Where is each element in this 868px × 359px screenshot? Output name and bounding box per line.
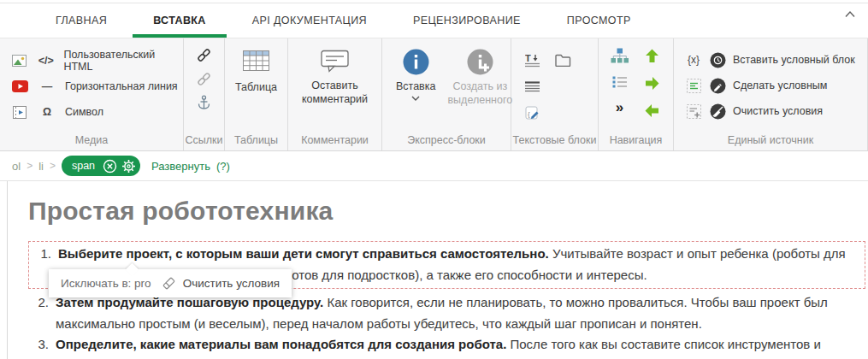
- hyperlink-icon[interactable]: [196, 47, 212, 63]
- folder-icon[interactable]: [555, 54, 571, 67]
- ribbon-group-media: </> Пользовательский HTML — Горизонтальн…: [0, 38, 184, 150]
- chevron-right-icon: >: [50, 160, 56, 172]
- table-icon: [243, 50, 269, 72]
- clear-conditions-label: Очистить условия: [733, 105, 823, 117]
- list-item-bold-text: Определите, какие материалы вам понадобя…: [56, 337, 506, 351]
- list-item: 2. Затем продумайте пошаговую процедуру.…: [28, 292, 868, 334]
- horizontal-line-button[interactable]: — Горизонтальная линия: [10, 74, 183, 99]
- symbol-button[interactable]: Ω Символ: [10, 99, 183, 125]
- insert-text-icon[interactable]: T: [525, 53, 541, 68]
- condition-pencil-icon: [710, 78, 726, 94]
- condition-clock-icon: [710, 52, 726, 68]
- ribbon-group-navigation: » Навигация: [599, 38, 674, 150]
- group-label-media: Медиа: [0, 134, 183, 146]
- svg-text:{: {: [528, 109, 530, 117]
- arrow-up-icon[interactable]: [644, 48, 660, 64]
- structure-bar: ol > li > span Развернуть (?): [0, 151, 868, 181]
- group-label-quick-blocks: Экспресс-блоки: [382, 134, 511, 146]
- selected-tag-pill[interactable]: span: [62, 156, 140, 176]
- custom-html-button[interactable]: </> Пользовательский HTML: [10, 48, 183, 74]
- ribbon-group-single-source: {x} Вставить условный блок Сделать услов…: [674, 38, 868, 150]
- ribbon-tab-bar: ГЛАВНАЯ ВСТАВКА API ДОКУМЕНТАЦИЯ РЕЦЕНЗИ…: [0, 3, 868, 38]
- youtube-icon: [10, 80, 29, 92]
- anchor-icon[interactable]: [197, 95, 211, 110]
- group-label-links: Ссылки: [184, 134, 224, 146]
- omega-icon: Ω: [36, 106, 58, 118]
- condition-tooltip: Исключать в: pro Очистить условия: [49, 269, 292, 297]
- tab-home[interactable]: ГЛАВНАЯ: [32, 3, 130, 38]
- condition-pencil-crossed-icon: [710, 103, 726, 120]
- create-from-selection-label: Создать из выделенного: [447, 79, 512, 107]
- info-circle-icon: [403, 49, 429, 75]
- code-icon: </>: [35, 55, 56, 67]
- expand-help-hint[interactable]: (?): [216, 160, 230, 173]
- table-button-label: Таблица: [235, 81, 277, 93]
- chevron-right-icon: >: [27, 160, 32, 172]
- chevron-down-icon: [411, 96, 420, 101]
- breadcrumb-tag-li[interactable]: li: [38, 160, 44, 173]
- comment-bubble-icon: [321, 50, 350, 73]
- create-from-selection-button[interactable]: Создать из выделенного: [447, 49, 512, 107]
- svg-text:T: T: [525, 53, 531, 63]
- breadcrumb-tag-ol[interactable]: ol: [12, 160, 21, 173]
- list-item: 3. Определите, какие материалы вам понад…: [28, 334, 868, 359]
- sitemap-icon[interactable]: [611, 48, 629, 64]
- arrow-right-icon[interactable]: [644, 75, 660, 91]
- make-conditional-button[interactable]: Сделать условным: [684, 73, 867, 98]
- custom-html-label: Пользовательский HTML: [63, 49, 183, 73]
- make-conditional-label: Сделать условным: [733, 79, 827, 91]
- image-icon: [10, 55, 28, 67]
- eraser-icon: [161, 275, 177, 291]
- leave-comment-button[interactable]: Оставить комментарий: [296, 38, 375, 106]
- condition-exclude-label: Исключать в: pro: [61, 277, 151, 290]
- ribbon-group-quick-blocks: Вставка Создать из выделенного Экспресс-…: [382, 38, 511, 150]
- condition-lines-plus-icon: [684, 104, 703, 119]
- selected-tag-label: span: [72, 160, 95, 172]
- page-title: Простая робототехника: [28, 197, 868, 226]
- clear-conditions-action[interactable]: Очистить условия: [161, 275, 280, 291]
- cross-reference-link-icon[interactable]: [196, 71, 212, 87]
- group-label-navigation: Навигация: [599, 134, 673, 146]
- ribbon-group-tables: Таблица Таблицы: [225, 38, 288, 150]
- group-label-comments: Комментарии: [288, 134, 381, 146]
- condition-lines-icon: [684, 79, 703, 93]
- collapse-ribbon-icon[interactable]: [844, 10, 858, 21]
- tab-insert[interactable]: ВСТАВКА: [130, 3, 229, 38]
- breadcrumbs-proxy-icon[interactable]: »: [616, 100, 623, 115]
- group-label-single-source: Единый источник: [674, 134, 867, 146]
- braces-x-icon: {x}: [684, 54, 703, 66]
- info-circle-plus-icon: [467, 49, 493, 75]
- insert-conditional-block-button[interactable]: {x} Вставить условный блок: [684, 47, 867, 73]
- tab-api-documentation[interactable]: API ДОКУМЕНТАЦИЯ: [229, 3, 390, 38]
- list-item-number: 3.: [28, 334, 49, 359]
- insert-snippet-button[interactable]: Вставка: [396, 49, 435, 107]
- symbol-label: Символ: [65, 106, 103, 118]
- variable-edit-icon[interactable]: {: [525, 106, 540, 121]
- paragraph-lines-icon[interactable]: [525, 81, 540, 92]
- clear-conditions-button[interactable]: Очистить условия: [684, 98, 867, 124]
- group-label-text-blocks: Текстовые блоки: [511, 134, 598, 146]
- table-button[interactable]: Таблица: [235, 38, 277, 93]
- clear-conditions-action-label: Очистить условия: [183, 277, 280, 290]
- tag-settings-gear-icon[interactable]: [121, 159, 136, 174]
- ribbon-group-comments: Оставить комментарий Комментарии: [288, 38, 382, 150]
- insert-snippet-label: Вставка: [396, 79, 435, 93]
- leave-comment-label: Оставить комментарий: [296, 79, 375, 106]
- remove-tag-icon[interactable]: [103, 159, 117, 174]
- list-item-number: 2.: [28, 292, 49, 334]
- ribbon-group-text-blocks: T { Текстовые блоки: [511, 38, 599, 150]
- tab-review[interactable]: РЕЦЕНЗИРОВАНИЕ: [390, 3, 544, 38]
- list-item-bold-text: Выберите проект, с которым ваши дети смо…: [58, 246, 549, 261]
- tab-view[interactable]: ПРОСМОТР: [544, 3, 654, 38]
- horizontal-line-label: Горизонтальная линия: [65, 80, 178, 92]
- ribbon-group-links: Ссылки: [184, 38, 225, 150]
- mini-toc-icon[interactable]: [612, 75, 628, 89]
- group-label-tables: Таблицы: [225, 134, 287, 146]
- app-window: ГЛАВНАЯ ВСТАВКА API ДОКУМЕНТАЦИЯ РЕЦЕНЗИ…: [0, 0, 868, 359]
- video-icon: [10, 106, 29, 119]
- insert-conditional-block-label: Вставить условный блок: [733, 54, 855, 66]
- expand-action[interactable]: Развернуть: [151, 160, 210, 173]
- ordered-list: 1. Выберите проект, с которым ваши дети …: [28, 241, 868, 359]
- arrow-left-icon[interactable]: [644, 103, 660, 119]
- ribbon: </> Пользовательский HTML — Горизонтальн…: [0, 38, 868, 151]
